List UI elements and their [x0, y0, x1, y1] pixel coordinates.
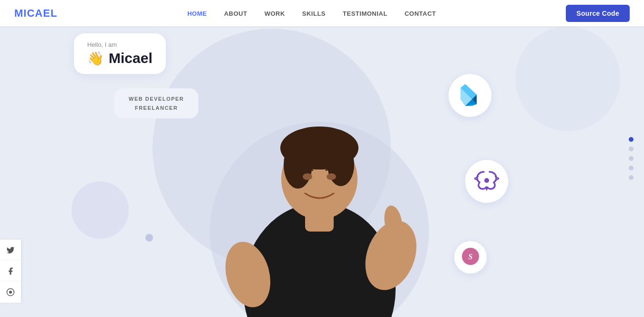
nav-item-contact[interactable]: CONTACT — [405, 9, 436, 18]
sass-icon: S — [461, 247, 480, 267]
svg-point-5 — [284, 141, 312, 189]
role-text: WEB DEVELOPER FREELANCER — [129, 95, 184, 112]
facebook-icon — [6, 267, 15, 275]
circle-dot-small — [145, 234, 153, 242]
wave-emoji: 👋 — [87, 51, 104, 66]
nav-item-testimonial[interactable]: TESTIMONIAL — [343, 9, 388, 18]
nav-item-about[interactable]: ABOUT — [224, 9, 247, 18]
circle-bottom-left — [72, 181, 129, 239]
social-facebook-button[interactable] — [0, 261, 21, 282]
hero-section: Hello, I am 👋 Micael WEB DEVELOPER FREEL… — [0, 0, 644, 317]
person-photo — [176, 26, 462, 317]
side-dot-4[interactable] — [629, 175, 634, 180]
tech-circle-sass: S — [454, 241, 487, 274]
svg-point-21 — [9, 291, 12, 294]
hello-text: Hello, I am — [87, 41, 153, 48]
side-dots — [629, 137, 634, 180]
tech-circle-redux — [465, 160, 508, 203]
navbar: MICAEL HOME ABOUT WORK SKILLS TESTIMONIA… — [0, 0, 644, 26]
nav-item-work[interactable]: WORK — [265, 9, 285, 18]
twitter-icon — [6, 246, 15, 254]
logo-ael: AEL — [35, 7, 57, 19]
svg-point-8 — [327, 173, 336, 180]
other-social-icon — [6, 288, 15, 296]
logo-mic: MIC — [14, 7, 35, 19]
social-twitter-button[interactable] — [0, 240, 21, 261]
greeting-card: Hello, I am 👋 Micael — [74, 33, 166, 74]
name-row: 👋 Micael — [87, 50, 153, 66]
svg-point-17 — [484, 178, 489, 183]
circle-top-right — [515, 26, 620, 131]
side-dot-3[interactable] — [629, 166, 634, 170]
nav-item-skills[interactable]: SKILLS — [302, 9, 326, 18]
svg-point-7 — [303, 173, 312, 180]
flutter-icon — [459, 83, 481, 108]
person-svg — [203, 41, 436, 317]
nav-item-home[interactable]: HOME — [187, 9, 207, 18]
side-dot-2[interactable] — [629, 156, 634, 161]
side-dot-1[interactable] — [629, 147, 634, 151]
side-dot-0[interactable] — [629, 137, 634, 142]
logo: MICAEL — [14, 7, 57, 20]
tech-circle-flutter — [449, 74, 491, 117]
social-other-button[interactable] — [0, 282, 21, 303]
social-bar — [0, 240, 21, 303]
source-code-button[interactable]: Source Code — [566, 5, 630, 22]
hero-name: Micael — [109, 50, 153, 66]
svg-text:S: S — [469, 253, 473, 261]
nav-links: HOME ABOUT WORK SKILLS TESTIMONIAL CONTA… — [187, 9, 436, 18]
redux-icon — [474, 168, 499, 195]
